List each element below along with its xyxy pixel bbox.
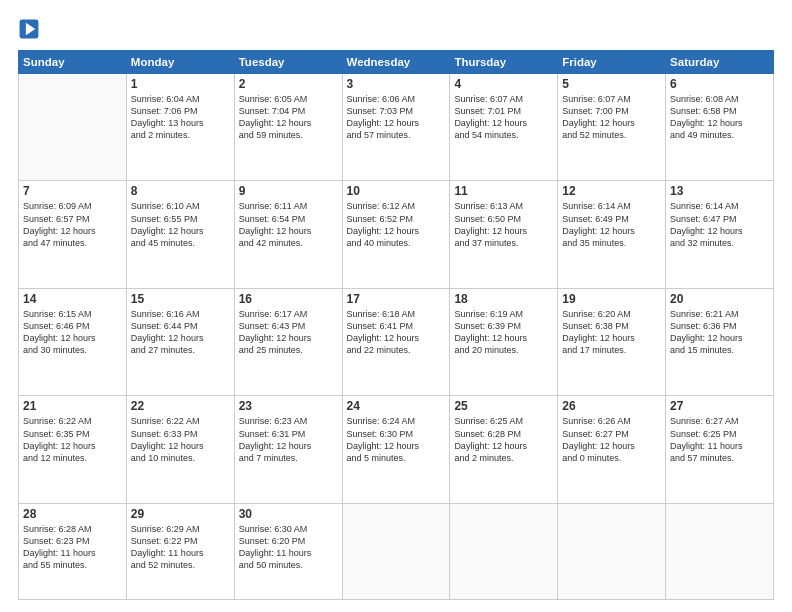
day-number: 5 [562,77,661,91]
day-number: 2 [239,77,338,91]
day-info: Sunrise: 6:14 AM Sunset: 6:49 PM Dayligh… [562,200,661,249]
day-info: Sunrise: 6:17 AM Sunset: 6:43 PM Dayligh… [239,308,338,357]
calendar-cell [558,503,666,599]
day-number: 26 [562,399,661,413]
day-number: 27 [670,399,769,413]
day-info: Sunrise: 6:16 AM Sunset: 6:44 PM Dayligh… [131,308,230,357]
day-number: 28 [23,507,122,521]
day-number: 6 [670,77,769,91]
day-number: 1 [131,77,230,91]
day-info: Sunrise: 6:18 AM Sunset: 6:41 PM Dayligh… [347,308,446,357]
day-info: Sunrise: 6:08 AM Sunset: 6:58 PM Dayligh… [670,93,769,142]
calendar-cell: 8Sunrise: 6:10 AM Sunset: 6:55 PM Daylig… [126,181,234,288]
weekday-header-thursday: Thursday [450,51,558,74]
day-number: 25 [454,399,553,413]
calendar-cell: 15Sunrise: 6:16 AM Sunset: 6:44 PM Dayli… [126,288,234,395]
calendar-cell [19,74,127,181]
calendar-week-row-3: 14Sunrise: 6:15 AM Sunset: 6:46 PM Dayli… [19,288,774,395]
calendar-cell: 3Sunrise: 6:06 AM Sunset: 7:03 PM Daylig… [342,74,450,181]
day-number: 24 [347,399,446,413]
day-info: Sunrise: 6:04 AM Sunset: 7:06 PM Dayligh… [131,93,230,142]
calendar-cell: 28Sunrise: 6:28 AM Sunset: 6:23 PM Dayli… [19,503,127,599]
day-info: Sunrise: 6:19 AM Sunset: 6:39 PM Dayligh… [454,308,553,357]
day-info: Sunrise: 6:22 AM Sunset: 6:33 PM Dayligh… [131,415,230,464]
day-info: Sunrise: 6:29 AM Sunset: 6:22 PM Dayligh… [131,523,230,572]
calendar-table: SundayMondayTuesdayWednesdayThursdayFrid… [18,50,774,600]
calendar-cell: 29Sunrise: 6:29 AM Sunset: 6:22 PM Dayli… [126,503,234,599]
day-number: 17 [347,292,446,306]
day-info: Sunrise: 6:26 AM Sunset: 6:27 PM Dayligh… [562,415,661,464]
calendar-cell: 23Sunrise: 6:23 AM Sunset: 6:31 PM Dayli… [234,396,342,503]
weekday-header-tuesday: Tuesday [234,51,342,74]
calendar-cell: 16Sunrise: 6:17 AM Sunset: 6:43 PM Dayli… [234,288,342,395]
day-number: 13 [670,184,769,198]
calendar-cell: 11Sunrise: 6:13 AM Sunset: 6:50 PM Dayli… [450,181,558,288]
day-number: 10 [347,184,446,198]
day-number: 11 [454,184,553,198]
calendar-cell: 20Sunrise: 6:21 AM Sunset: 6:36 PM Dayli… [666,288,774,395]
day-info: Sunrise: 6:25 AM Sunset: 6:28 PM Dayligh… [454,415,553,464]
calendar-cell: 25Sunrise: 6:25 AM Sunset: 6:28 PM Dayli… [450,396,558,503]
calendar-cell: 30Sunrise: 6:30 AM Sunset: 6:20 PM Dayli… [234,503,342,599]
calendar-cell: 2Sunrise: 6:05 AM Sunset: 7:04 PM Daylig… [234,74,342,181]
day-number: 4 [454,77,553,91]
calendar-cell: 13Sunrise: 6:14 AM Sunset: 6:47 PM Dayli… [666,181,774,288]
calendar-cell: 14Sunrise: 6:15 AM Sunset: 6:46 PM Dayli… [19,288,127,395]
day-number: 20 [670,292,769,306]
day-number: 12 [562,184,661,198]
day-info: Sunrise: 6:05 AM Sunset: 7:04 PM Dayligh… [239,93,338,142]
weekday-header-saturday: Saturday [666,51,774,74]
weekday-header-row: SundayMondayTuesdayWednesdayThursdayFrid… [19,51,774,74]
day-info: Sunrise: 6:07 AM Sunset: 7:00 PM Dayligh… [562,93,661,142]
weekday-header-monday: Monday [126,51,234,74]
page: SundayMondayTuesdayWednesdayThursdayFrid… [0,0,792,612]
calendar-cell: 10Sunrise: 6:12 AM Sunset: 6:52 PM Dayli… [342,181,450,288]
calendar-cell: 9Sunrise: 6:11 AM Sunset: 6:54 PM Daylig… [234,181,342,288]
calendar-cell: 26Sunrise: 6:26 AM Sunset: 6:27 PM Dayli… [558,396,666,503]
calendar-cell: 21Sunrise: 6:22 AM Sunset: 6:35 PM Dayli… [19,396,127,503]
day-info: Sunrise: 6:06 AM Sunset: 7:03 PM Dayligh… [347,93,446,142]
calendar-cell: 7Sunrise: 6:09 AM Sunset: 6:57 PM Daylig… [19,181,127,288]
day-number: 3 [347,77,446,91]
header [18,18,774,40]
calendar-week-row-2: 7Sunrise: 6:09 AM Sunset: 6:57 PM Daylig… [19,181,774,288]
calendar-cell: 24Sunrise: 6:24 AM Sunset: 6:30 PM Dayli… [342,396,450,503]
day-number: 18 [454,292,553,306]
calendar-cell: 6Sunrise: 6:08 AM Sunset: 6:58 PM Daylig… [666,74,774,181]
day-info: Sunrise: 6:14 AM Sunset: 6:47 PM Dayligh… [670,200,769,249]
day-info: Sunrise: 6:24 AM Sunset: 6:30 PM Dayligh… [347,415,446,464]
calendar-week-row-4: 21Sunrise: 6:22 AM Sunset: 6:35 PM Dayli… [19,396,774,503]
calendar-week-row-5: 28Sunrise: 6:28 AM Sunset: 6:23 PM Dayli… [19,503,774,599]
day-info: Sunrise: 6:13 AM Sunset: 6:50 PM Dayligh… [454,200,553,249]
calendar-cell: 12Sunrise: 6:14 AM Sunset: 6:49 PM Dayli… [558,181,666,288]
weekday-header-sunday: Sunday [19,51,127,74]
day-info: Sunrise: 6:11 AM Sunset: 6:54 PM Dayligh… [239,200,338,249]
calendar-cell: 19Sunrise: 6:20 AM Sunset: 6:38 PM Dayli… [558,288,666,395]
calendar-cell [450,503,558,599]
calendar-cell: 17Sunrise: 6:18 AM Sunset: 6:41 PM Dayli… [342,288,450,395]
calendar-cell: 1Sunrise: 6:04 AM Sunset: 7:06 PM Daylig… [126,74,234,181]
day-info: Sunrise: 6:27 AM Sunset: 6:25 PM Dayligh… [670,415,769,464]
day-number: 16 [239,292,338,306]
day-info: Sunrise: 6:10 AM Sunset: 6:55 PM Dayligh… [131,200,230,249]
logo [18,18,44,40]
day-info: Sunrise: 6:07 AM Sunset: 7:01 PM Dayligh… [454,93,553,142]
day-number: 19 [562,292,661,306]
day-number: 23 [239,399,338,413]
day-info: Sunrise: 6:21 AM Sunset: 6:36 PM Dayligh… [670,308,769,357]
day-number: 30 [239,507,338,521]
logo-icon [18,18,40,40]
calendar-cell [666,503,774,599]
calendar-cell: 22Sunrise: 6:22 AM Sunset: 6:33 PM Dayli… [126,396,234,503]
day-number: 15 [131,292,230,306]
day-number: 9 [239,184,338,198]
calendar-cell: 27Sunrise: 6:27 AM Sunset: 6:25 PM Dayli… [666,396,774,503]
day-number: 7 [23,184,122,198]
day-info: Sunrise: 6:30 AM Sunset: 6:20 PM Dayligh… [239,523,338,572]
weekday-header-friday: Friday [558,51,666,74]
calendar-cell: 18Sunrise: 6:19 AM Sunset: 6:39 PM Dayli… [450,288,558,395]
day-info: Sunrise: 6:12 AM Sunset: 6:52 PM Dayligh… [347,200,446,249]
calendar-week-row-1: 1Sunrise: 6:04 AM Sunset: 7:06 PM Daylig… [19,74,774,181]
day-number: 22 [131,399,230,413]
day-info: Sunrise: 6:20 AM Sunset: 6:38 PM Dayligh… [562,308,661,357]
